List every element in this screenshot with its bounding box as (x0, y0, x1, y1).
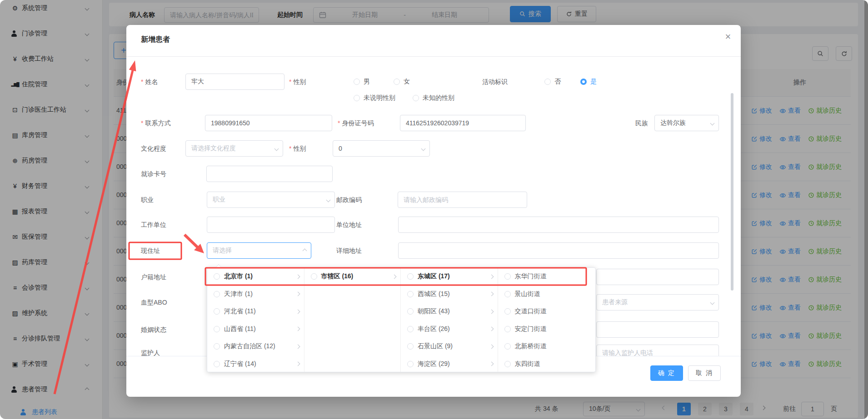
radio-icon (504, 308, 511, 315)
cascader-option-label: 天津市 (1) (224, 290, 296, 298)
cascader-option[interactable]: 市辖区 (16) (304, 268, 401, 286)
current-address-placeholder: 请选择 (213, 246, 232, 255)
radio-icon (214, 273, 220, 280)
cascader-option[interactable]: 石景山区 (9) (401, 338, 498, 355)
work-unit-input[interactable] (207, 217, 335, 233)
education-select[interactable]: 请选择文化程度 (185, 140, 283, 157)
work-unit-label: 工作单位 (141, 220, 166, 229)
radio-icon (407, 361, 414, 367)
cascader-option-label: 东城区 (17) (418, 272, 490, 281)
cascader-column: 东华门街道 景山街道 交道口街道 安定门街道 北新桥街道 东四街道 (498, 268, 596, 372)
cascader-option[interactable]: 交道口街道 (498, 303, 596, 320)
radio-gender-male[interactable]: 男 (354, 77, 370, 87)
chevron-right-icon (489, 327, 494, 331)
current-address-cascader-select[interactable]: 请选择 (207, 242, 311, 259)
cascader-option-label: 山西省 (11) (224, 325, 296, 333)
confirm-button[interactable]: 确 定 (650, 365, 683, 381)
radio-icon (214, 343, 220, 350)
radio-active-no[interactable]: 否 (544, 77, 561, 87)
radio-icon (407, 273, 414, 280)
registered-address-label: 户籍地址 (141, 272, 166, 281)
cascader-option-label: 交道口街道 (515, 307, 588, 315)
cascader-option[interactable]: 内蒙古自治区 (12) (207, 338, 304, 355)
cascader-option[interactable]: 朝阳区 (43) (401, 303, 498, 320)
cascader-option-label: 西城区 (15) (418, 290, 490, 298)
cascader-option-label: 辽宁省 (14) (224, 360, 296, 368)
chevron-right-icon (489, 292, 494, 296)
cascader-option[interactable]: 景山街道 (498, 286, 596, 303)
cancel-button[interactable]: 取 消 (688, 365, 721, 381)
radio-icon (214, 361, 220, 367)
gender-code-select[interactable]: 0 (333, 140, 430, 157)
cascader-option-label: 朝阳区 (43) (418, 307, 490, 315)
confirm-label: 确 定 (658, 369, 675, 377)
id-number-label: 身份证号码 (338, 118, 374, 128)
radio-icon (504, 291, 511, 297)
radio-icon (214, 326, 220, 332)
chevron-right-icon (489, 309, 494, 314)
chevron-right-icon (489, 344, 494, 349)
patient-source-placeholder: 患者来源 (602, 298, 628, 306)
postcode-label: 邮政编码 (336, 195, 362, 204)
current-address-label: 现住址 (141, 246, 160, 255)
radio-icon (354, 95, 360, 101)
cascader-option[interactable]: 丰台区 (26) (401, 320, 498, 338)
cascader-option[interactable]: 北新桥街道 (498, 338, 596, 355)
cascader-option[interactable]: 河北省 (11) (207, 303, 304, 320)
chevron-right-icon (295, 309, 300, 314)
cascader-option[interactable]: 海淀区 (29) (401, 355, 498, 373)
radio-icon (504, 361, 511, 367)
radio-active-yes[interactable]: 是 (580, 77, 597, 87)
cascader-option-label: 安定门街道 (515, 325, 588, 333)
cascader-option[interactable]: 东四街道 (498, 355, 596, 373)
name-input[interactable] (185, 74, 284, 90)
cascader-option-label: 东华门街道 (515, 272, 588, 281)
radio-gender-female[interactable]: 女 (394, 77, 410, 87)
cascader-column: 北京市 (1) 天津市 (1) 河北省 (11) 山西省 (11) 内蒙古自治区… (207, 268, 304, 372)
chevron-right-icon (295, 292, 300, 296)
cascader-option[interactable]: 辽宁省 (14) (207, 355, 304, 373)
cancel-label: 取 消 (696, 369, 713, 377)
modal-scrollbar[interactable] (731, 93, 733, 291)
gender-code-label: 性别 (289, 144, 306, 153)
chevron-right-icon (295, 362, 300, 366)
cascader-option[interactable]: 天津市 (1) (207, 286, 304, 303)
id-number-input[interactable] (400, 115, 526, 131)
chevron-down-icon (274, 146, 279, 151)
cascader-option-label: 市辖区 (16) (321, 272, 393, 281)
patient-source-select[interactable]: 患者来源 (596, 294, 719, 311)
postcode-input[interactable] (398, 192, 527, 208)
radio-gender-unstated[interactable]: 未说明性别 (354, 93, 395, 103)
chevron-down-icon (421, 146, 426, 151)
active-flag-label: 活动标识 (482, 77, 508, 86)
card-no-input[interactable] (206, 166, 333, 182)
cascader-option[interactable]: 北京市 (1) (207, 268, 304, 286)
contact-input[interactable] (205, 115, 332, 131)
guardian-phone-input[interactable] (596, 345, 719, 356)
cascader-option[interactable]: 西城区 (15) (401, 286, 498, 303)
cascader-option[interactable]: 东城区 (17) (401, 268, 498, 286)
chevron-right-icon (392, 274, 397, 279)
cascader-option[interactable]: 山西省 (11) (207, 320, 304, 338)
guardian-label: 监护人 (141, 348, 160, 356)
unit-address-label: 单位地址 (336, 220, 362, 229)
education-label: 文化程度 (141, 144, 166, 153)
cascader-option-label: 内蒙古自治区 (12) (224, 342, 296, 350)
cascader-option[interactable]: 安定门街道 (498, 320, 596, 338)
ethnicity-select[interactable]: 达斡尔族 (654, 115, 719, 131)
ethnicity-label: 民族 (635, 118, 648, 128)
unit-address-input[interactable] (398, 217, 719, 233)
registered-address-input[interactable] (596, 269, 719, 285)
gender-label: 性别 (289, 77, 306, 86)
radio-icon (407, 326, 414, 332)
detail-address-input[interactable] (398, 242, 719, 259)
occupation-label: 职业 (141, 195, 154, 204)
chevron-right-icon (489, 362, 494, 366)
marital-input[interactable] (596, 321, 719, 338)
blood-type-label: 血型ABO (141, 298, 167, 307)
radio-gender-unknown[interactable]: 未知的性别 (413, 93, 454, 103)
cascader-option[interactable]: 东华门街道 (498, 268, 596, 286)
cascader-column: 东城区 (17) 西城区 (15) 朝阳区 (43) 丰台区 (26) 石景山区… (401, 268, 498, 372)
cascader-option-label: 东四街道 (515, 360, 588, 368)
occupation-select[interactable]: 职业 (207, 192, 335, 208)
